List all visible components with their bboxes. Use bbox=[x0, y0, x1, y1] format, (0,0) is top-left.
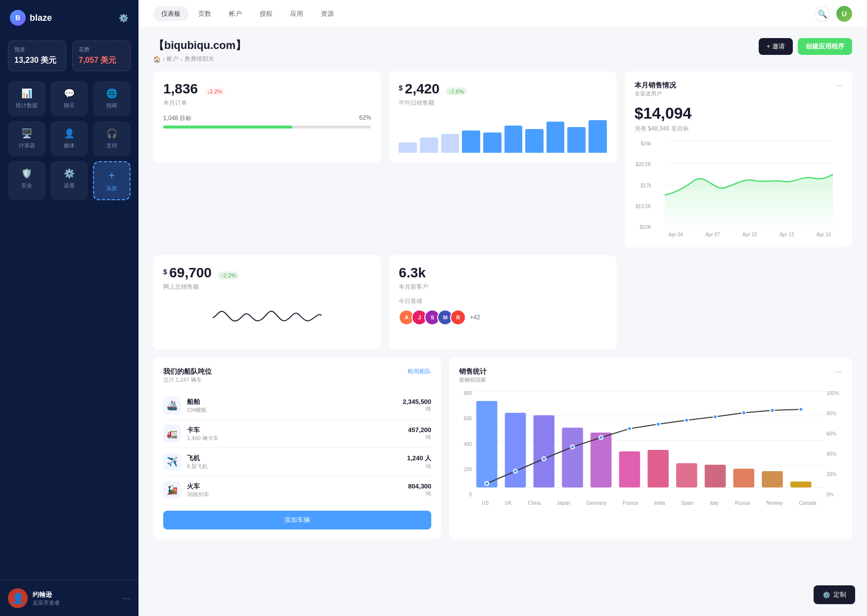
user-avatar-nav[interactable]: U bbox=[836, 6, 852, 22]
page-title: 【biqubiqu.com】 bbox=[153, 38, 246, 53]
sales-title-group: 本月销售情况 全渠道用户 bbox=[635, 81, 676, 97]
truck-data: 457,200 吨 bbox=[408, 426, 431, 441]
new-customers-value: 6.3k bbox=[399, 265, 426, 280]
monthly-sales-card: 本月销售情况 全渠道用户 ··· $14,094 另有 $48,346 至目标 bbox=[625, 71, 852, 247]
x-france: France bbox=[623, 500, 638, 506]
stats-label: 统计数据 bbox=[16, 102, 38, 109]
progress-fill bbox=[163, 126, 292, 129]
bar-3 bbox=[441, 134, 459, 153]
sidebar-item-support[interactable]: 🎧 支持 bbox=[93, 121, 131, 156]
ship-info: 船舶 234艘船 bbox=[187, 397, 207, 414]
chat-icon: 💬 bbox=[64, 88, 75, 99]
bar-uk bbox=[505, 413, 526, 487]
addnew-label: 添新 bbox=[106, 185, 117, 192]
x-japan: Japan bbox=[557, 500, 570, 506]
tab-resources[interactable]: 资源 bbox=[313, 6, 342, 21]
fleet-sub: 总计 1,247 辆车 bbox=[163, 376, 212, 384]
tab-apps[interactable]: 应用 bbox=[282, 6, 311, 21]
hero-count: +42 bbox=[470, 314, 480, 321]
breadcrumb-sep: › bbox=[163, 56, 165, 63]
create-app-button[interactable]: 创建应用程序 bbox=[798, 38, 852, 55]
avg-sales-badge: ↑2.6% bbox=[446, 88, 467, 95]
train-unit: 吨 bbox=[408, 490, 431, 497]
tab-auth[interactable]: 授权 bbox=[252, 6, 280, 21]
search-button[interactable]: 🔍 bbox=[815, 6, 830, 22]
user-info: 约翰逊 反应开发者 bbox=[33, 590, 118, 607]
x-label-5: Apr 16 bbox=[817, 232, 831, 237]
fleet-header: 我们的船队吨位 总计 1,247 辆车 检阅船队 bbox=[163, 367, 431, 384]
sidebar-footer: 👤 约翰逊 反应开发者 ⋯ bbox=[0, 580, 138, 616]
sidebar: B blaze ⚙️ 预算 13,230 美元 花费 7,057 美元 📊 统计… bbox=[0, 0, 138, 616]
bar-france bbox=[619, 451, 640, 487]
sales-y-left: 800 600 400 200 0 bbox=[459, 389, 474, 507]
media-label: 媒体 bbox=[64, 142, 75, 149]
bar-us bbox=[476, 401, 498, 487]
y-pct-20: 20% bbox=[826, 472, 842, 477]
train-name: 火车 bbox=[187, 482, 209, 491]
truck-count: 1,460 辆卡车 bbox=[187, 435, 219, 442]
sales-stats-more[interactable]: ··· bbox=[836, 367, 842, 376]
expense-amount: 7,057 美元 bbox=[79, 55, 124, 66]
orders-label: 本月订单 bbox=[163, 99, 371, 107]
customize-icon: ⚙️ bbox=[822, 591, 830, 599]
header-settings-icon[interactable]: ⚙️ bbox=[119, 13, 129, 23]
bar-canada bbox=[790, 482, 812, 487]
avg-sales-label: 平均日销售额 bbox=[399, 99, 606, 107]
sidebar-item-calc[interactable]: 🖥️ 计算器 bbox=[8, 121, 46, 156]
bar-germany bbox=[591, 433, 612, 487]
sales-stats-sub: 最畅销国家 bbox=[459, 376, 487, 384]
total-sales-label: 网上总销售额 bbox=[163, 283, 371, 291]
sales-sub: 全渠道用户 bbox=[635, 90, 676, 97]
bar-8 bbox=[547, 122, 565, 153]
sidebar-item-guide[interactable]: 🌐 指南 bbox=[93, 81, 131, 116]
sidebar-item-security[interactable]: 🛡️ 安全 bbox=[8, 161, 46, 200]
y-axis: $24k $20.5K $17k $13.5K $10K bbox=[635, 141, 655, 230]
ship-icon: 🚢 bbox=[163, 396, 181, 414]
train-count: 36路列车 bbox=[187, 491, 209, 498]
new-customers-header: 6.3k bbox=[399, 265, 606, 281]
user-menu-icon[interactable]: ⋯ bbox=[123, 594, 131, 603]
x-canada: Canada bbox=[799, 500, 817, 506]
green-line-svg bbox=[655, 141, 842, 230]
more-button[interactable]: ··· bbox=[836, 81, 842, 90]
avatar: 👤 bbox=[8, 588, 28, 608]
customize-button[interactable]: ⚙️ 定制 bbox=[814, 585, 855, 604]
sidebar-item-stats[interactable]: 📊 统计数据 bbox=[8, 81, 46, 116]
invite-button[interactable]: + 邀请 bbox=[759, 38, 793, 55]
logo-text: blaze bbox=[30, 13, 52, 23]
fleet-title: 我们的船队吨位 bbox=[163, 367, 212, 376]
sales-y-right: 100% 80% 60% 40% 20% 0% bbox=[824, 389, 842, 507]
sidebar-item-settings[interactable]: ⚙️ 设置 bbox=[50, 161, 88, 200]
line-dot-11 bbox=[771, 408, 775, 412]
breadcrumb-home[interactable]: 🏠 bbox=[153, 56, 161, 63]
nav-tabs: 仪表板 页数 帐户 授权 应用 资源 bbox=[153, 6, 342, 21]
x-us: US bbox=[482, 500, 489, 506]
tab-pages[interactable]: 页数 bbox=[190, 6, 219, 21]
page-actions: + 邀请 创建应用程序 bbox=[759, 38, 852, 55]
line-dot-2 bbox=[513, 469, 517, 473]
budget-label: 预算 bbox=[14, 46, 60, 53]
sidebar-item-addnew[interactable]: + 添新 bbox=[93, 161, 131, 200]
add-vehicle-button[interactable]: 添加车辆 bbox=[163, 511, 431, 529]
breadcrumb: 🏠 › 帐户 › 奥弗维耶夫 bbox=[153, 55, 246, 63]
customize-label: 定制 bbox=[833, 590, 846, 599]
sales-target: 另有 $48,346 至目标 bbox=[635, 125, 842, 133]
page-header-left: 【biqubiqu.com】 🏠 › 帐户 › 奥弗维耶夫 bbox=[153, 38, 246, 63]
fleet-title-group: 我们的船队吨位 总计 1,247 辆车 bbox=[163, 367, 212, 384]
x-uk: UK bbox=[505, 500, 512, 506]
progress-bar bbox=[163, 126, 371, 129]
line-dot-3 bbox=[542, 457, 546, 461]
x-russia: Russia bbox=[735, 500, 750, 506]
sidebar-item-media[interactable]: 👤 媒体 bbox=[50, 121, 88, 156]
expense-card: 花费 7,057 美元 bbox=[72, 41, 131, 71]
view-fleet-link[interactable]: 检阅船队 bbox=[408, 367, 431, 376]
calc-icon: 🖥️ bbox=[21, 128, 32, 139]
chart-y-labels: $24k $20.5K $17k $13.5K $10K bbox=[635, 141, 842, 237]
tab-accounts[interactable]: 帐户 bbox=[221, 6, 250, 21]
line-dot-9 bbox=[713, 415, 717, 419]
train-data: 804,300 吨 bbox=[408, 483, 431, 497]
tab-dashboard[interactable]: 仪表板 bbox=[153, 6, 188, 21]
bottom-row: 我们的船队吨位 总计 1,247 辆车 检阅船队 🚢 船舶 234艘船 2,34… bbox=[153, 357, 852, 539]
sidebar-item-chat[interactable]: 💬 聊天 bbox=[50, 81, 88, 116]
bar-japan bbox=[562, 428, 583, 487]
